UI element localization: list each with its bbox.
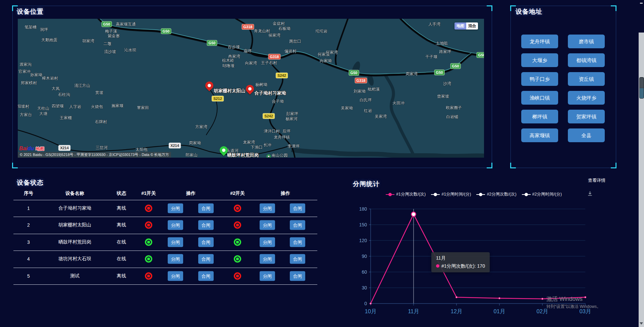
switch1-indicator-red	[145, 205, 152, 212]
road-badge-g318: G318	[268, 54, 281, 60]
row-index: 5	[13, 273, 44, 279]
legend-item[interactable]: #1分闸次数/(次)	[386, 192, 426, 197]
baidu-logo: Baidu 地图	[19, 146, 44, 152]
map-type-map-button[interactable]: 地图	[454, 22, 466, 30]
open-switch2-button[interactable]: 分闸	[260, 254, 275, 264]
scrollbar-down-arrow[interactable]	[640, 322, 643, 325]
scrollbar-top-dash	[640, 3, 643, 4]
legend-marker	[386, 194, 394, 195]
map-label: 曾家坡	[437, 94, 449, 99]
scrollbar-thumb[interactable]	[639, 77, 644, 99]
column-header: 操作	[254, 190, 317, 197]
close-switch2-button[interactable]: 合闸	[290, 254, 305, 264]
corner-decoration	[611, 5, 616, 11]
map-label: 青龙山村	[254, 28, 270, 34]
map-label: 石柱沟	[58, 92, 70, 98]
switch2-indicator-green	[234, 238, 241, 246]
open-switch1-button[interactable]: 分闸	[168, 237, 183, 247]
close-switch1-button[interactable]: 合闸	[198, 220, 214, 230]
map-label: 枇杷溪	[368, 87, 380, 92]
device-pin-label: 胡家棚村太阳山	[214, 88, 246, 94]
column-header: #2开关	[221, 190, 254, 197]
address-button[interactable]: 龙舟坪镇	[521, 35, 558, 48]
map-label: 贯坡	[95, 90, 103, 96]
legend-item[interactable]: #1分闸时间/(分)	[431, 192, 471, 197]
close-switch1-button[interactable]: 合闸	[198, 237, 214, 247]
open-switch2-button[interactable]: 分闸	[260, 237, 275, 247]
address-button[interactable]: 鸭子口乡	[521, 72, 558, 86]
open-switch1-button[interactable]: 分闸	[168, 271, 183, 281]
map-label: 路家坪	[439, 49, 451, 55]
map-label: 侯家湾	[268, 33, 280, 38]
map-label: 高家堰互通	[116, 21, 136, 27]
close-switch1-button[interactable]: 合闸	[198, 254, 214, 264]
legend-label: #2分闸时间/(分)	[532, 192, 562, 197]
switch1-indicator-red	[145, 272, 152, 280]
open-switch1-button[interactable]: 分闸	[168, 204, 183, 213]
status-text: 离线	[106, 222, 137, 228]
map-label: 龙舟坪镇	[274, 134, 290, 140]
open-switch1-button[interactable]: 分闸	[168, 220, 183, 230]
address-button[interactable]: 大堰乡	[521, 53, 558, 67]
map-label: 百步垭	[228, 44, 240, 50]
address-button[interactable]: 贺家坪镇	[568, 110, 605, 123]
device-address-title: 设备地址	[516, 7, 542, 16]
map-label: 何家湾	[326, 50, 338, 55]
map-label: 吴家湾	[375, 114, 387, 119]
y-axis-tick-label: 120	[352, 238, 367, 243]
legend-marker	[476, 194, 485, 195]
open-switch2-button[interactable]: 分闸	[260, 204, 275, 213]
view-details-link[interactable]: 查看详情	[588, 177, 605, 183]
address-button[interactable]: 火烧坪乡	[568, 91, 605, 105]
map-label: 二墩	[103, 41, 111, 47]
scrollbar-track[interactable]	[639, 33, 644, 327]
road-badge-x214: X214	[58, 145, 70, 151]
close-switch2-button[interactable]: 合闸	[290, 204, 305, 213]
map-label: 大凤	[52, 86, 60, 92]
map-label: 大塘	[39, 111, 47, 117]
address-button[interactable]: 渔峡口镇	[521, 91, 558, 105]
column-header: 序号	[13, 190, 44, 197]
open-switch2-button[interactable]: 分闸	[260, 271, 275, 281]
address-button[interactable]: 高家堰镇	[521, 128, 558, 142]
baidu-map[interactable]: 笔架槽洞坪天鹅抱蛋胡家湾高家堰互通梅子溪紫金寨二墩流沙坡沁水坝金盆村石板坳青龙山…	[18, 19, 484, 158]
device-name: 塘坊河村大石坝	[44, 256, 106, 262]
table-divider	[13, 251, 317, 251]
legend-label: #2分闸次数/(次)	[487, 192, 516, 197]
corner-decoration	[510, 163, 516, 168]
row-index: 2	[13, 222, 44, 228]
map-label: 火烧包	[91, 104, 103, 110]
road-badge-x214: X214	[169, 143, 181, 149]
close-switch2-button[interactable]: 合闸	[290, 271, 305, 281]
status-text: 离线	[106, 273, 137, 279]
map-label: 胡家湾	[82, 38, 94, 44]
map-label: 下渔口	[251, 145, 263, 150]
address-button[interactable]: 资丘镇	[568, 72, 605, 86]
map-type-hybrid-button[interactable]: 混合	[466, 22, 478, 30]
legend-marker	[431, 194, 440, 195]
map-attribution: © 2021 Baidu - GS(2019)5218号 - 甲测资字11009…	[18, 152, 171, 158]
address-button[interactable]: 磨市镇	[568, 35, 605, 48]
road-badge-g50: G50	[207, 40, 217, 46]
map-label: 长冲	[263, 142, 271, 148]
map-label: 咕噜垭	[222, 63, 234, 69]
table-divider	[13, 217, 317, 217]
close-switch1-button[interactable]: 合闸	[198, 271, 214, 281]
map-label: 向家湾	[245, 60, 257, 66]
address-button[interactable]: 全县	[568, 128, 605, 142]
address-button[interactable]: 都镇湾镇	[568, 53, 605, 67]
map-label: 偏岩村	[284, 48, 297, 54]
map-label: 官家冲	[18, 69, 31, 74]
legend-item[interactable]: #2分闸次数/(次)	[476, 192, 516, 197]
open-switch2-button[interactable]: 分闸	[260, 220, 275, 230]
map-label: 庙坪	[244, 48, 252, 54]
legend-item[interactable]: #2分闸时间/(分)	[522, 192, 562, 197]
switch1-indicator-red	[145, 221, 152, 229]
address-button[interactable]: 榔坪镇	[521, 110, 558, 123]
close-switch2-button[interactable]: 合闸	[290, 237, 305, 247]
open-switch1-button[interactable]: 分闸	[168, 254, 183, 264]
close-switch1-button[interactable]: 合闸	[198, 204, 214, 213]
close-switch2-button[interactable]: 合闸	[290, 220, 305, 230]
download-icon[interactable]	[587, 190, 593, 197]
row-index: 4	[13, 256, 44, 262]
